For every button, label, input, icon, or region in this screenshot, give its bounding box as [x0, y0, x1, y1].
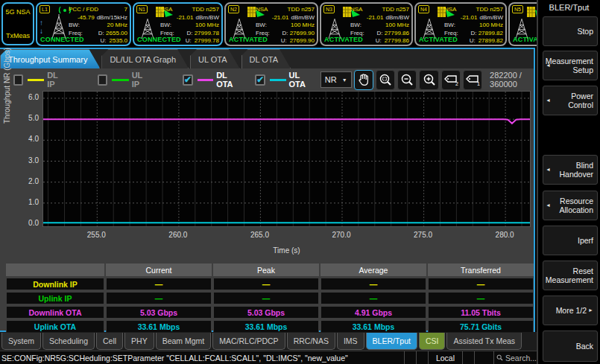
ul-ota-checkbox[interactable]: ✔ [255, 74, 265, 86]
dl-freq: 2655.00 [106, 30, 127, 36]
submenu-left-arrow-icon: ◄ [546, 201, 551, 210]
blind-handover-button[interactable]: ◄ Blind Handover [543, 155, 598, 185]
power-control-button[interactable]: ◄ Power Control [543, 86, 598, 115]
marker-2-button[interactable]: 2 [441, 70, 461, 90]
reset-measurement-button[interactable]: Reset Measurement [543, 261, 598, 290]
tab-phy[interactable]: PHY [124, 333, 154, 350]
dl-ip-checkbox[interactable] [13, 74, 23, 86]
more-pages-button[interactable]: More 1/2 ► [543, 296, 598, 325]
tab-bler-tput[interactable]: BLER/Tput [366, 333, 417, 350]
cell-type: NSA [256, 6, 268, 14]
tab-beam-mgmt[interactable]: Beam Mgmt [156, 333, 212, 350]
tab-label: PHY [131, 336, 148, 345]
submenu-left-arrow-icon: ◄ [546, 96, 551, 105]
softkey-label: Back [576, 342, 593, 351]
tab-ims[interactable]: IMS [337, 333, 364, 350]
cell-status: CONNECTED [40, 36, 84, 43]
bw-value: 100 MHz [291, 22, 315, 30]
ul-freq: 27699.90 [290, 37, 315, 45]
tab-system[interactable]: System [1, 333, 41, 350]
zoom-selection-button[interactable] [376, 70, 395, 90]
zoom-out-button[interactable] [397, 70, 417, 90]
x-tick-label: 270.0 [332, 231, 350, 239]
tab-dl-ota[interactable]: DL OTA [241, 49, 291, 68]
bw-label: BW: [350, 22, 361, 30]
ul-label: U: [470, 37, 476, 45]
dl-ota-label: DL OTA [216, 71, 239, 89]
x-tick-label: 255.0 [87, 231, 106, 239]
local-remote-indicator[interactable]: Local [428, 351, 462, 364]
search-box[interactable]: Search... [493, 351, 537, 364]
cell-current: 33.61 Mbps [106, 320, 212, 333]
ul-freq: 27799.86 [385, 37, 409, 45]
dl-ota-checkbox[interactable]: ✔ [183, 74, 193, 86]
row-label: Downlink IP [6, 278, 104, 290]
legend-toolbar-row: DL IP UL IP ✔ DL OTA ✔ UL OTA NR ▼ [0, 68, 534, 91]
mode-box: 5G NSA TxMeas [1, 2, 34, 45]
tab-assisted-tx-meas[interactable]: Assisted Tx Meas [446, 333, 522, 350]
uplink-downlink-arrows-icon: ↑↓ [40, 19, 43, 35]
cell-panel-n4[interactable]: N4 NSATDD n257 -21.01dBm/BW BW:100 MHz F… [414, 2, 507, 46]
table-header-current: Current [106, 264, 212, 276]
throughput-chart[interactable] [42, 91, 531, 227]
x-tick-label: 265.0 [250, 231, 269, 239]
legend-item-ul-ip: UL IP [98, 71, 148, 89]
submode-label: TxMeas [4, 32, 31, 39]
tab-label: Cell [103, 336, 116, 345]
back-button[interactable]: Back [543, 331, 598, 362]
tab-ul-ota[interactable]: UL OTA [190, 49, 240, 68]
zoom-in-button[interactable] [419, 70, 438, 90]
app-window: 5G NSA TxMeas L1 ↑↓ PCC / FDD7 -45.79dBm… [0, 0, 600, 364]
bw-value: 20 MHz [107, 22, 127, 30]
cell-panel-n5[interactable]: N5 ACTIVATED [508, 2, 537, 46]
cell-average: 33.61 Mbps [320, 320, 426, 333]
iperf-button[interactable]: Iperf [543, 226, 598, 255]
cell-panel-n2[interactable]: N2 NSATDD n257 -21.01dBm/BW BW:100 MHz F… [224, 2, 318, 46]
cell-type: PCC / FDD [69, 6, 98, 14]
rat-dropdown-value: NR [325, 75, 337, 84]
cell-status-bar: 5G NSA TxMeas L1 ↑↓ PCC / FDD7 -45.79dBm… [0, 0, 537, 48]
dl-ip-label: DL IP [47, 71, 63, 89]
cell-panel-n1[interactable]: N1 NSATDD n257 -21.01dBm/BW BW:100 MHz F… [133, 2, 223, 46]
chart-y-axis-label: Throughput NR (Gbps) [3, 112, 11, 124]
tab-label: CSI [426, 336, 439, 345]
cell-band: 7 [124, 6, 127, 14]
measurement-tabstrip: Throughput Summary DL/UL OTA Graph UL OT… [0, 49, 534, 68]
ul-ip-checkbox[interactable] [98, 74, 107, 86]
y-tick-label: 1.0 [28, 198, 39, 206]
softkey-label: Iperf [578, 236, 593, 245]
dl-label: D: [282, 30, 288, 36]
cell-status: ACTIVATED [513, 36, 537, 43]
tab-rrc-nas[interactable]: RRC/NAS [287, 333, 335, 350]
cell-band: TDD n257 [288, 6, 315, 14]
zoom-out-icon [400, 73, 414, 86]
sample-counter: 282200 / 360000 [490, 71, 534, 89]
resource-allocation-button[interactable]: ◄ Resource Allocation [543, 191, 598, 220]
status-cell [416, 351, 428, 364]
table-row-downlink-ip: Downlink IP — — — — [6, 278, 534, 290]
marker-1-icon: 1 [464, 73, 481, 86]
tab-dlul-ota-graph[interactable]: DL/UL OTA Graph [101, 49, 189, 68]
cell-panel-n3[interactable]: N3 NSATDD n257 -21.01dBm/BW BW:100 MHz F… [320, 2, 413, 46]
tab-label: Scheduling [49, 336, 88, 345]
stop-button[interactable]: Stop [543, 16, 598, 46]
cell-current: 5.03 Gbps [106, 306, 212, 319]
rat-dropdown[interactable]: NR ▼ [320, 71, 352, 88]
bw-value: 100 MHz [195, 22, 219, 30]
tab-csi[interactable]: CSI [419, 333, 446, 350]
cell-power: -21.01 [461, 14, 478, 22]
y-tick-label: 6.0 [28, 93, 39, 101]
tab-mac-rlc-pdcp[interactable]: MAC/RLC/PDCP [212, 333, 285, 350]
marker-1-button[interactable]: 1 [463, 70, 482, 90]
tab-scheduling[interactable]: Scheduling [42, 333, 95, 350]
tab-throughput-summary[interactable]: Throughput Summary [0, 49, 100, 68]
tab-cell[interactable]: Cell [96, 333, 123, 350]
dl-freq: 27999.78 [195, 30, 219, 36]
tab-label: MAC/RLC/PDCP [219, 336, 278, 345]
pan-hand-button[interactable] [354, 70, 373, 90]
submenu-right-arrow-icon: ► [588, 306, 593, 315]
dl-label: D: [376, 30, 382, 36]
measurement-setup-button[interactable]: ◄ Measurement Setup [543, 51, 598, 80]
cell-panel-l1[interactable]: L1 ↑↓ PCC / FDD7 -45.79dBm/15kHz BW:20 M… [36, 2, 131, 46]
cell-status: ACTIVATED [229, 36, 268, 43]
